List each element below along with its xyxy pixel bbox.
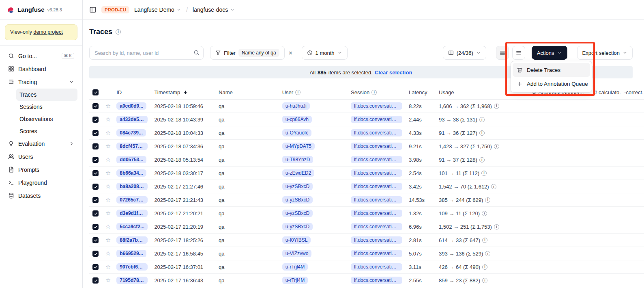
sidebar-item-users[interactable]: Users: [5, 150, 77, 163]
user-id-badge[interactable]: u-yzSBxcD: [282, 223, 313, 230]
trace-id-badge[interactable]: 07265c7a...: [116, 196, 148, 204]
trace-id-badge[interactable]: d3e9d1f2...: [116, 210, 148, 217]
usage-info-icon[interactable]: i: [481, 171, 487, 176]
sidebar-toggle-button[interactable]: [89, 6, 97, 13]
usage-info-icon[interactable]: i: [494, 224, 499, 230]
row-checkbox[interactable]: [92, 224, 99, 230]
row-checkbox[interactable]: [92, 237, 99, 243]
demo-project-link[interactable]: demo project: [33, 29, 62, 35]
row-checkbox[interactable]: [92, 170, 99, 176]
session-badge[interactable]: lf.docs.conversation...: [351, 196, 402, 204]
session-badge[interactable]: lf.docs.conversation...: [351, 236, 402, 244]
user-id-badge[interactable]: u-f0YfBSL: [282, 236, 311, 244]
trace-id-badge[interactable]: b669529...: [116, 250, 146, 257]
search-input[interactable]: [89, 46, 204, 60]
session-badge[interactable]: lf.docs.conversation...: [351, 102, 402, 110]
page-info-icon[interactable]: i: [116, 29, 121, 35]
star-icon[interactable]: ☆: [105, 143, 111, 149]
project-selector[interactable]: langfuse-docs: [193, 6, 235, 13]
user-id-badge[interactable]: u-OYauofc: [282, 129, 311, 136]
sidebar-item-dashboard[interactable]: Dashboard: [5, 63, 77, 76]
usage-info-icon[interactable]: i: [494, 144, 499, 149]
trace-id-badge[interactable]: ba8a208f...: [116, 183, 148, 190]
star-icon[interactable]: ☆: [105, 183, 111, 190]
table-row[interactable]: ☆ 7195d78e... 2025-02-17 16:36:43 qa u-r…: [89, 274, 644, 287]
usage-info-icon[interactable]: i: [482, 238, 487, 243]
header-name[interactable]: Name: [215, 85, 279, 100]
sidebar-item-observations[interactable]: Observations: [16, 113, 77, 125]
session-badge[interactable]: lf.docs.conversation...: [351, 210, 402, 217]
table-row[interactable]: ☆ 88f2a7b0... 2025-02-17 18:25:26 qa u-f…: [89, 234, 644, 247]
usage-info-icon[interactable]: i: [479, 130, 485, 136]
filter-button[interactable]: Filter Name any of qa: [210, 46, 285, 60]
star-icon[interactable]: ☆: [105, 102, 111, 109]
columns-button[interactable]: (24/36): [443, 46, 486, 60]
user-id-badge[interactable]: u-zEwdED2: [282, 169, 314, 177]
row-checkbox[interactable]: [92, 197, 99, 203]
sidebar-item-datasets[interactable]: Datasets: [5, 189, 77, 202]
star-icon[interactable]: ☆: [105, 210, 111, 217]
header-latency[interactable]: Latency: [406, 85, 436, 100]
table-row[interactable]: ☆ d3e9d1f2... 2025-02-17 21:20:21 qa u-y…: [89, 207, 644, 220]
search-icon[interactable]: [193, 50, 200, 56]
org-selector[interactable]: Langfuse Demo: [134, 6, 181, 13]
row-checkbox[interactable]: [92, 210, 99, 217]
session-badge[interactable]: lf.docs.conversation...: [351, 277, 402, 284]
sidebar-item-playground[interactable]: Playground: [5, 176, 77, 189]
actions-button[interactable]: Actions: [532, 46, 567, 60]
user-id-badge[interactable]: u-MYpDAT5: [282, 143, 315, 150]
star-icon[interactable]: ☆: [105, 129, 111, 136]
session-badge[interactable]: lf.docs.conversation...: [351, 183, 402, 190]
table-row[interactable]: ☆ 07265c7a... 2025-02-17 21:21:43 qa u-y…: [89, 193, 644, 207]
usage-info-icon[interactable]: i: [491, 184, 496, 189]
user-id-badge[interactable]: u-rTrjl4M: [282, 277, 308, 284]
row-checkbox[interactable]: [92, 251, 99, 257]
star-icon[interactable]: ☆: [105, 223, 111, 230]
trace-id-badge[interactable]: 7195d78e...: [116, 277, 148, 284]
sidebar-item-tracing[interactable]: Tracing: [5, 76, 77, 89]
sidebar-item-prompts[interactable]: Prompts: [5, 163, 77, 176]
star-icon[interactable]: ☆: [105, 196, 111, 203]
session-badge[interactable]: lf.docs.conversation...: [351, 223, 402, 230]
session-badge[interactable]: lf.docs.conversation...: [351, 169, 402, 177]
usage-info-icon[interactable]: i: [479, 157, 485, 162]
table-row[interactable]: ☆ a0cd0d9... 2025-02-18 10:59:46 qa u-hu…: [89, 100, 644, 113]
header-timestamp[interactable]: Timestamp: [151, 85, 215, 100]
sidebar-item-traces[interactable]: Traces: [16, 89, 77, 101]
sidebar-item-sessions[interactable]: Sessions: [16, 101, 77, 113]
user-id-badge[interactable]: u-yzSBxcD: [282, 196, 313, 204]
usage-info-icon[interactable]: i: [482, 211, 487, 216]
table-row[interactable]: ☆ ba8a208f... 2025-02-17 21:27:46 qa u-y…: [89, 180, 644, 193]
trace-id-badge[interactable]: 88f2a7b0...: [116, 236, 148, 244]
trace-id-badge[interactable]: 8dcf4574...: [116, 143, 148, 150]
select-all-checkbox[interactable]: [92, 89, 99, 95]
session-badge[interactable]: lf.docs.conversation...: [351, 116, 402, 123]
clear-filter-button[interactable]: ×: [286, 50, 295, 56]
user-id-badge[interactable]: u-T98YnzD: [282, 156, 313, 163]
table-row[interactable]: ☆ 084c739... 2025-02-18 10:04:33 qa u-OY…: [89, 126, 644, 140]
header-user[interactable]: Useri: [279, 85, 348, 100]
table-row[interactable]: ☆ 8dcf4574... 2025-02-18 07:34:36 qa u-M…: [89, 140, 644, 153]
table-row[interactable]: ☆ dd05753... 2025-02-18 05:13:54 qa u-T9…: [89, 153, 644, 167]
session-badge[interactable]: lf.docs.conversation...: [351, 156, 402, 163]
info-icon[interactable]: i: [371, 90, 377, 95]
user-id-badge[interactable]: u-rTrjl4M: [282, 263, 308, 271]
row-checkbox[interactable]: [92, 130, 99, 136]
trace-id-badge[interactable]: dd05753...: [116, 156, 146, 163]
star-icon[interactable]: ☆: [105, 169, 111, 176]
row-checkbox[interactable]: [92, 143, 99, 149]
row-checkbox[interactable]: [92, 103, 99, 109]
table-row[interactable]: ☆ b669529... 2025-02-17 16:58:45 qa u-VI…: [89, 247, 644, 260]
trace-id-badge[interactable]: a433de51...: [116, 116, 148, 123]
star-icon[interactable]: ☆: [105, 277, 111, 284]
header-id[interactable]: ID: [113, 85, 151, 100]
trace-id-badge[interactable]: a0cd0d9...: [116, 102, 146, 110]
star-icon[interactable]: ☆: [105, 263, 111, 270]
session-badge[interactable]: lf.docs.conversation...: [351, 129, 402, 136]
user-id-badge[interactable]: u-cp66Avh: [282, 116, 312, 123]
user-id-badge[interactable]: u-VIZzvwo: [282, 250, 312, 257]
row-height-medium-button[interactable]: [512, 46, 525, 60]
star-icon[interactable]: ☆: [105, 250, 111, 257]
trace-id-badge[interactable]: 084c739...: [116, 129, 146, 136]
row-checkbox[interactable]: [92, 264, 99, 270]
